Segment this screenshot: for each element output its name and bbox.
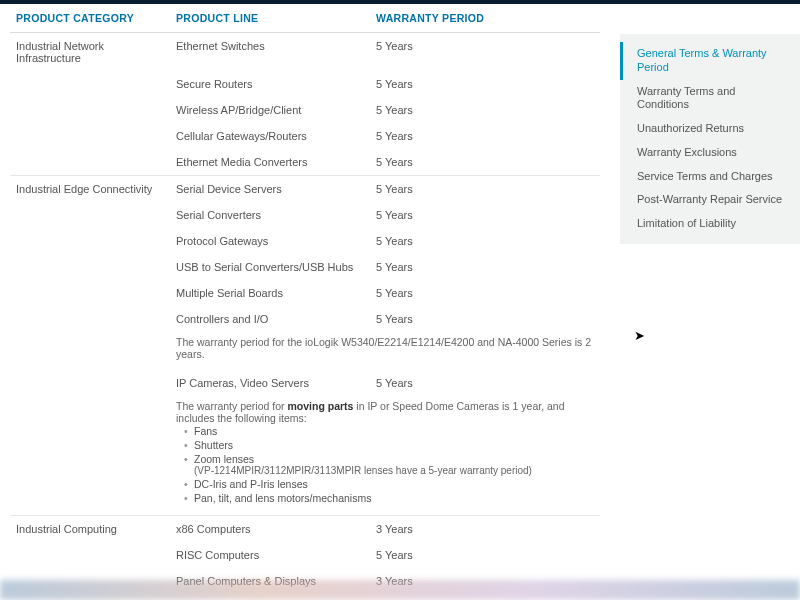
footer-decoration xyxy=(0,580,800,600)
th-category: PRODUCT CATEGORY xyxy=(10,4,170,33)
list-item: Pan, tilt, and lens motors/mechanisms xyxy=(184,491,594,505)
cell-warranty: 5 Years xyxy=(370,306,600,332)
table-row: Secure Routers 5 Years xyxy=(10,71,600,97)
sidebar-item-general-terms[interactable]: General Terms & Warranty Period xyxy=(620,42,800,80)
cell-line: USB to Serial Converters/USB Hubs xyxy=(170,254,370,280)
cell-line: Multiple Serial Boards xyxy=(170,280,370,306)
cell-line: Ethernet Switches xyxy=(170,33,370,72)
cell-warranty: 5 Years xyxy=(370,280,600,306)
cell-warranty: 5 Years xyxy=(370,228,600,254)
cell-warranty: 5 Years xyxy=(370,254,600,280)
table-row: Industrial Computing x86 Computers 3 Yea… xyxy=(10,516,600,543)
table-note-row: The warranty period for the ioLogik W534… xyxy=(10,332,600,370)
cell-line: IP Cameras, Video Servers xyxy=(170,370,370,396)
cell-warranty: 5 Years xyxy=(370,149,600,176)
table-row: Industrial Network Infrastructure Ethern… xyxy=(10,33,600,72)
cell-warranty: 5 Years xyxy=(370,33,600,72)
warranty-table: PRODUCT CATEGORY PRODUCT LINE WARRANTY P… xyxy=(10,4,600,594)
sidebar-item-warranty-terms[interactable]: Warranty Terms and Conditions xyxy=(620,80,800,118)
note-list: Fans Shutters Zoom lenses (VP-1214MPIR/3… xyxy=(176,424,594,505)
cell-line: Controllers and I/O xyxy=(170,306,370,332)
cell-line: Protocol Gateways xyxy=(170,228,370,254)
cell-category: Industrial Edge Connectivity xyxy=(10,176,170,203)
cell-category: Industrial Network Infrastructure xyxy=(10,33,170,72)
cell-warranty: 5 Years xyxy=(370,542,600,568)
table-row: Cellular Gateways/Routers 5 Years xyxy=(10,123,600,149)
cell-warranty: 3 Years xyxy=(370,516,600,543)
table-row: RISC Computers 5 Years xyxy=(10,542,600,568)
th-line: PRODUCT LINE xyxy=(170,4,370,33)
cell-warranty: 5 Years xyxy=(370,97,600,123)
cell-line: Secure Routers xyxy=(170,71,370,97)
cell-warranty: 5 Years xyxy=(370,202,600,228)
sidebar-item-service-terms[interactable]: Service Terms and Charges xyxy=(620,165,800,189)
th-warranty: WARRANTY PERIOD xyxy=(370,4,600,33)
cell-line: x86 Computers xyxy=(170,516,370,543)
cell-line: Ethernet Media Converters xyxy=(170,149,370,176)
cell-warranty: 5 Years xyxy=(370,176,600,203)
table-row: Ethernet Media Converters 5 Years xyxy=(10,149,600,176)
cell-line: Cellular Gateways/Routers xyxy=(170,123,370,149)
table-row: Wireless AP/Bridge/Client 5 Years xyxy=(10,97,600,123)
list-item: DC-Iris and P-Iris lenses xyxy=(184,477,594,491)
sidebar-nav: General Terms & Warranty Period Warranty… xyxy=(620,34,800,244)
table-row: Protocol Gateways 5 Years xyxy=(10,228,600,254)
table-row: Multiple Serial Boards 5 Years xyxy=(10,280,600,306)
cell-line: RISC Computers xyxy=(170,542,370,568)
table-row: Industrial Edge Connectivity Serial Devi… xyxy=(10,176,600,203)
sidebar-item-unauthorized-returns[interactable]: Unauthorized Returns xyxy=(620,117,800,141)
note-text: The warranty period for moving parts in … xyxy=(170,396,600,516)
cell-category: Industrial Computing xyxy=(10,516,170,543)
table-row: IP Cameras, Video Servers 5 Years xyxy=(10,370,600,396)
note-text: The warranty period for the ioLogik W534… xyxy=(170,332,600,370)
sidebar-item-post-warranty[interactable]: Post-Warranty Repair Service xyxy=(620,188,800,212)
cell-line: Serial Device Servers xyxy=(170,176,370,203)
table-row: Serial Converters 5 Years xyxy=(10,202,600,228)
sidebar: General Terms & Warranty Period Warranty… xyxy=(620,4,800,594)
sidebar-item-limitation-liability[interactable]: Limitation of Liability xyxy=(620,212,800,236)
list-item: Fans xyxy=(184,424,594,438)
cell-warranty: 5 Years xyxy=(370,71,600,97)
warranty-table-container: PRODUCT CATEGORY PRODUCT LINE WARRANTY P… xyxy=(0,4,620,594)
cell-warranty: 5 Years xyxy=(370,370,600,396)
sidebar-item-warranty-exclusions[interactable]: Warranty Exclusions xyxy=(620,141,800,165)
cell-line: Serial Converters xyxy=(170,202,370,228)
cell-warranty: 5 Years xyxy=(370,123,600,149)
table-row: Controllers and I/O 5 Years xyxy=(10,306,600,332)
cell-line: Wireless AP/Bridge/Client xyxy=(170,97,370,123)
list-item: Zoom lenses (VP-1214MPIR/3112MPIR/3113MP… xyxy=(184,452,594,477)
list-item: Shutters xyxy=(184,438,594,452)
table-row: USB to Serial Converters/USB Hubs 5 Year… xyxy=(10,254,600,280)
table-note-row: The warranty period for moving parts in … xyxy=(10,396,600,516)
